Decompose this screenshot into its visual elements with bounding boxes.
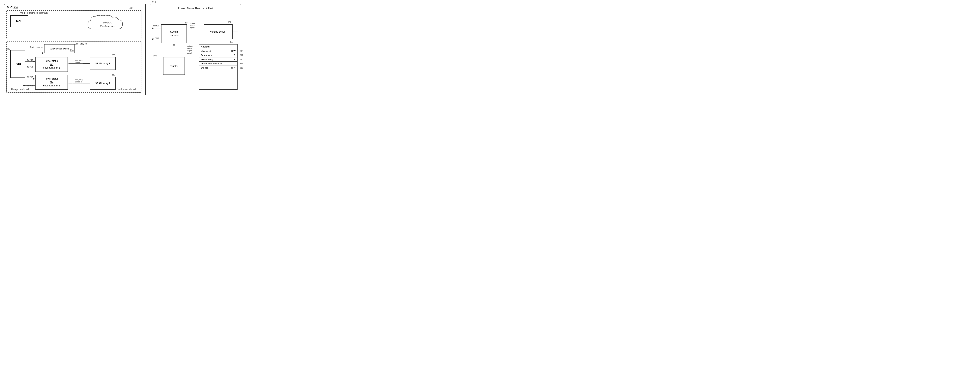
to-mcu-right-label: To MCU: [153, 25, 159, 27]
register-row-power-level: Power level threshold 316: [199, 62, 237, 66]
memory-sublabel: memory Peripheral logic: [100, 21, 115, 27]
register-row-power-status: Power status R 312: [199, 53, 237, 57]
soc-ref: 200: [14, 6, 18, 9]
sram1-box: SRAM array 1: [90, 57, 116, 70]
pmc-ref: 206: [6, 48, 10, 50]
ps212-line1: Power status: [43, 59, 60, 63]
reg-max-count-ref: 310: [240, 50, 243, 52]
counter-ref: 306: [153, 54, 157, 57]
memory-label: memory: [100, 21, 115, 24]
reg-bypass-label: Bypass: [201, 67, 231, 69]
memory-area: memory Peripheral logic: [82, 11, 134, 35]
pmc-label: PMC: [15, 62, 21, 65]
voltage-sensor-box: Voltage Sensor: [204, 24, 232, 39]
reg-power-status-label: Power status: [201, 54, 234, 56]
ps212-box: Power status 212 Feedback unit 1: [35, 57, 68, 72]
to-mcu-1-label: ← To MCU: [25, 59, 33, 61]
to-pmc-right-label: to PMC: [153, 37, 159, 39]
sense1-label: Vdd_arraySense 1: [75, 59, 83, 64]
power-status-signal-label: PowerStatussignal: [190, 22, 195, 29]
vdd-array-label: Vdd_array domain: [118, 88, 137, 91]
to-pmc-2-label: ← To PMC: [25, 85, 33, 87]
vs-label: Voltage Sensor: [210, 30, 226, 33]
reg-bypass-rw: R/W: [231, 67, 235, 69]
mcu-label: MCU: [16, 20, 22, 23]
sc-ref: 304: [185, 21, 188, 24]
memory-sublabel-text: Peripheral logic: [100, 25, 115, 27]
reg-status-ready-rw: R: [234, 58, 235, 60]
register-row-bypass: Bypass R/W 318: [199, 66, 237, 70]
sram1-ref: 208: [111, 54, 115, 56]
mcu-box: MCU: [10, 15, 28, 27]
reg-power-status-ref: 312: [240, 54, 243, 56]
counter-label: counter: [170, 65, 178, 68]
counter-box: counter: [163, 57, 185, 75]
reg-status-ready-ref: 314: [240, 59, 243, 60]
ps212-line2: 212: [50, 63, 53, 65]
switch-enable-label: Switch enable: [30, 46, 43, 48]
sram2-ref: 210: [111, 73, 115, 76]
left-diagram: SoC 200 Vdd _peripheral domain Always on…: [4, 4, 146, 95]
right-ref: 114: [152, 1, 156, 3]
register-ref: 308: [230, 41, 233, 43]
sc-label: Switch controller: [169, 30, 179, 37]
reg-max-count-label: Max count: [201, 50, 231, 52]
switch-controller-box: Switch controller: [161, 24, 187, 43]
always-on-label: Always on domain: [11, 88, 30, 91]
array-power-switch-box: Array power switch: [44, 44, 75, 53]
sense2-label: Vdd_arraySense 2: [75, 78, 83, 83]
to-pmc-1-label: ← To PMC: [25, 66, 33, 68]
sram2-label: SRAM array 2: [95, 82, 110, 85]
ps214-line3: Feedback unit 2: [43, 84, 60, 87]
voltage-sensor-output-label: voltagesensoroutputsignal: [187, 45, 192, 54]
register-box: Register Max count R/W 310 Power status …: [199, 44, 237, 90]
peripheral-domain-label: Vdd _peripheral domain: [20, 11, 48, 14]
pmc-box: PMC: [10, 50, 25, 78]
register-header: Register: [199, 45, 237, 49]
mcu-ref: 204: [29, 12, 33, 14]
reg-power-level-label: Power level threshold: [201, 62, 235, 65]
reg-power-status-rw: R: [234, 54, 235, 56]
vs-ref: 302: [228, 21, 231, 24]
to-mcu-2-label: ← To MCU: [25, 76, 33, 78]
sram1-label: SRAM array 1: [95, 62, 110, 65]
soc-label: SoC 200: [7, 6, 18, 9]
reg-bypass-ref: 318: [240, 67, 243, 69]
reg-power-level-ref: 316: [240, 63, 243, 65]
ps214-line1: Power status: [43, 77, 60, 81]
ps212-line3: Feedback unit 1: [43, 66, 60, 70]
sram2-box: SRAM array 2: [90, 77, 116, 90]
ps214-box: Power status 214 Feedback unit 2: [35, 75, 68, 90]
reg-status-ready-label: Status ready: [201, 58, 234, 60]
psfu-title: Power Status Feedback Unit: [178, 7, 213, 10]
aps-label: Array power switch: [50, 48, 69, 50]
memory-ref: 202: [129, 7, 132, 9]
aps-ref: 216: [70, 49, 73, 51]
ps214-line2: 214: [50, 81, 53, 83]
register-row-max-count: Max count R/W 310: [199, 49, 237, 53]
vdd-array-src-label: Vdd_array src: [75, 43, 87, 45]
right-diagram: 114 Power Status Feedback Unit Switch co…: [150, 4, 241, 95]
reg-max-count-rw: R/W: [231, 50, 235, 52]
register-row-status-ready: Status ready R 314: [199, 57, 237, 62]
